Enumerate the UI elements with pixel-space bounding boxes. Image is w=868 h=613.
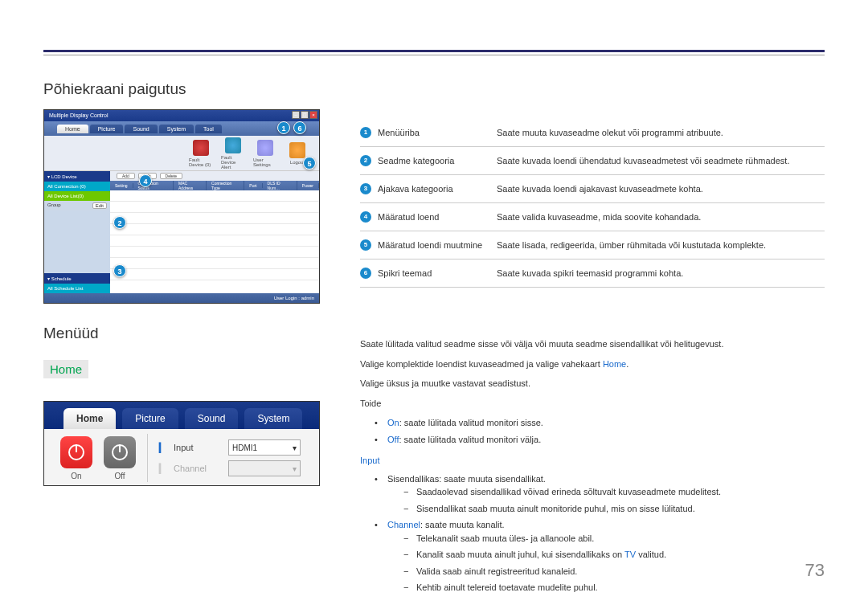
sidebar-all-schedule: All Schedule List <box>44 284 110 293</box>
field-input: ▎ Input HDMI1▾ <box>159 439 301 456</box>
legend-num-6: 6 <box>360 268 371 279</box>
section-title-menus: Menüüd <box>43 325 321 342</box>
input-select: HDMI1▾ <box>228 439 301 456</box>
grid-btn-delete: Delete <box>160 173 182 179</box>
field-channel: ▎ Channel ▾ <box>159 460 301 476</box>
tab-bar-2: Home Picture Sound System <box>44 402 319 429</box>
callout-4: 4 <box>139 174 152 187</box>
legend-num-1: 1 <box>360 127 371 138</box>
screenshot-main-layout: Multiple Display Control – □ × Home Pict… <box>43 109 320 304</box>
maximize-icon: □ <box>301 111 309 119</box>
legend-num-5: 5 <box>360 239 371 251</box>
legend-row: 5 Määratud loendi muutmine Saate lisada,… <box>360 231 825 260</box>
power-on-icon <box>60 436 92 468</box>
grid-row <box>110 247 319 258</box>
list-item: Saadaolevad sisendallikad võivad erineda… <box>407 485 825 499</box>
legend-label: Määratud loend <box>378 212 490 222</box>
list-item: Valida saab ainult registreeritud kanale… <box>407 565 825 578</box>
tab-picture: Picture <box>90 125 124 133</box>
list-item: Kanalit saab muuta ainult juhul, kui sis… <box>407 548 825 562</box>
grid-row <box>110 190 319 202</box>
fault-alert-icon <box>225 137 241 153</box>
legend-label: Määratud loendi muutmine <box>378 240 490 250</box>
left-column: Põhiekraani paigutus Multiple Display Co… <box>43 80 321 486</box>
sub-heading-input: Input <box>360 454 825 468</box>
grid-row <box>110 213 319 224</box>
paragraph: Valige üksus ja muutke vastavat seadistu… <box>360 377 825 390</box>
legend-row: 2 Seadme kategooria Saate kuvada loendi … <box>360 147 825 175</box>
legend-row: 6 Spikri teemad Saate kuvada spikri teem… <box>360 260 825 288</box>
callout-5: 5 <box>303 157 316 170</box>
sidebar-hdr-lcd: ▾ LCD Device <box>44 171 110 182</box>
tab-picture-2: Picture <box>122 408 178 429</box>
legend-desc: Saate lisada, redigeerida, ümber rühmita… <box>497 240 825 250</box>
fault-device-icon <box>193 140 209 156</box>
grid-btn-add: Add <box>117 173 135 179</box>
main-grid: Add Edit Delete Setting Connection Statu… <box>110 171 319 293</box>
toolbar: Fault Device (0) Fault Device Alert User… <box>44 136 319 171</box>
list-item: Sisendallikas: saate muuta sisendallikat… <box>379 472 825 516</box>
channel-select: ▾ <box>228 460 301 476</box>
sidebar-all-device-list: All Device List(0) <box>44 191 110 201</box>
logout-icon <box>289 142 305 158</box>
page-number: 73 <box>805 560 825 581</box>
page-header-rule <box>43 50 825 52</box>
tab-system: System <box>159 125 194 133</box>
chevron-down-icon: ▾ <box>293 443 297 452</box>
legend-label: Seadme kategooria <box>378 156 490 166</box>
tab-home: Home <box>57 125 88 133</box>
tab-sound: Sound <box>125 125 157 133</box>
legend-row: 3 Ajakava kategooria Saate kuvada loendi… <box>360 175 825 203</box>
legend-row: 4 Määratud loend Saate valida kuvaseadme… <box>360 203 825 231</box>
list-item: Kehtib ainult telereid toetavate mudelit… <box>407 581 825 595</box>
tool-fault-device: Fault Device (0) <box>189 140 213 167</box>
legend-num-2: 2 <box>360 155 371 166</box>
sidebar-group-edit-btn: Edit <box>92 202 107 209</box>
screenshot-home: Home Picture Sound System On Off ▎ In <box>43 401 320 486</box>
right-column: 1 Menüüriba Saate muuta kuvaseadme oleku… <box>360 119 825 601</box>
legend-num-4: 4 <box>360 211 371 223</box>
callout-3: 3 <box>113 264 126 277</box>
grid-row <box>110 269 319 280</box>
body-text: Saate lülitada valitud seadme sisse või … <box>360 337 825 595</box>
legend-desc: Saate muuta kuvaseadme olekut või progra… <box>497 128 825 137</box>
sidebar-group: Group Edit <box>44 201 110 210</box>
list-item: On: saate lülitada valitud monitori siss… <box>379 416 825 430</box>
paragraph: Saate lülitada valitud seadme sisse või … <box>360 337 825 351</box>
legend-desc: Saate kuvada loendi ühendatud kuvaseadme… <box>497 156 825 166</box>
legend-table: 1 Menüüriba Saate muuta kuvaseadme oleku… <box>360 119 825 288</box>
tab-system-2: System <box>244 408 302 429</box>
grid-row <box>110 224 319 235</box>
legend-num-3: 3 <box>360 183 371 194</box>
close-icon: × <box>309 111 317 119</box>
minimize-icon: – <box>292 111 300 119</box>
paragraph: Valige komplektide loendist kuvaseadmed … <box>360 358 825 371</box>
legend-desc: Saate kuvada loendi ajakavast kuvaseadme… <box>497 184 825 194</box>
chevron-down-icon: ▾ <box>293 464 297 473</box>
legend-desc: Saate kuvada spikri teemasid programmi k… <box>497 268 825 278</box>
sidebar: ▾ LCD Device All Connection (0) All Devi… <box>44 171 110 293</box>
divider <box>147 434 148 482</box>
tab-home-2: Home <box>63 408 116 429</box>
sidebar-all-connection: All Connection (0) <box>44 182 110 191</box>
tool-fault-alert: Fault Device Alert <box>221 137 245 170</box>
window-title: Multiple Display Control <box>49 112 108 118</box>
legend-desc: Saate valida kuvaseadme, mida soovite ko… <box>497 212 825 222</box>
list-item: Sisendallikat saab muuta ainult monitori… <box>407 502 825 516</box>
tool-user-settings: User Settings <box>253 140 277 167</box>
legend-label: Menüüriba <box>378 128 490 137</box>
user-settings-icon <box>257 140 273 156</box>
tab-tool: Tool <box>195 125 222 133</box>
window-titlebar: Multiple Display Control – □ × <box>44 110 319 121</box>
grid-row <box>110 258 319 269</box>
tab-sound-2: Sound <box>185 408 239 429</box>
power-off-icon <box>104 436 136 468</box>
grid-row <box>110 202 319 213</box>
grid-row <box>110 235 319 247</box>
section-title-home: Home <box>43 360 88 378</box>
legend-row: 1 Menüüriba Saate muuta kuvaseadme oleku… <box>360 119 825 147</box>
sub-heading-toide: Toide <box>360 397 825 411</box>
status-bar: User Login : admin <box>44 293 319 303</box>
power-on-button: On <box>60 436 92 480</box>
legend-label: Ajakava kategooria <box>378 184 490 194</box>
